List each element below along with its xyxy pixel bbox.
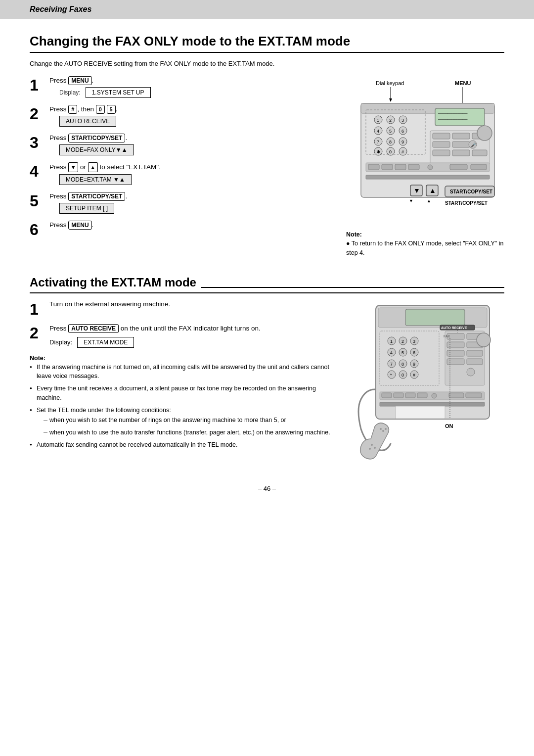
start-copy-set-key-3[interactable]: START/COPY/SET <box>68 134 125 142</box>
svg-rect-42 <box>433 150 450 156</box>
svg-text:1: 1 <box>377 118 379 123</box>
tel-cond-2: when you wish to use the auto transfer f… <box>44 428 336 437</box>
svg-point-47 <box>477 126 492 141</box>
step-5-main: Press START/COPY/SET. <box>49 192 336 201</box>
step-1-num: 1 <box>30 77 49 93</box>
step-4-num: 4 <box>30 163 49 179</box>
section1-note: Note: ● To return to the FAX ONLY mode, … <box>346 231 504 258</box>
svg-text:*: * <box>390 373 392 378</box>
step-2-num: 2 <box>30 106 49 122</box>
svg-rect-111 <box>449 393 464 398</box>
svg-text:6: 6 <box>413 350 415 355</box>
svg-rect-41 <box>452 142 470 147</box>
svg-text:0: 0 <box>389 149 392 154</box>
step-1-content: Press MENU. Display: 1.SYSTEM SET UP <box>49 76 336 98</box>
svg-rect-40 <box>433 142 450 147</box>
page: Receiving Faxes Changing the FAX ONLY mo… <box>0 0 534 756</box>
step-6-main: Press MENU. <box>49 221 336 230</box>
header-banner: Receiving Faxes <box>0 0 534 19</box>
header-title: Receiving Faxes <box>30 5 91 13</box>
auto-receive-key[interactable]: AUTO RECEIVE <box>68 324 119 333</box>
svg-text:4: 4 <box>377 129 379 134</box>
fax-keypad-diagram: Dial keypad MENU ──────────── ──────────… <box>346 76 504 230</box>
step-1-display: Display: 1.SYSTEM SET UP <box>59 87 336 98</box>
step-1-display-label: Display: <box>59 89 81 96</box>
section2-notes: Note: If the answering machine is not tu… <box>30 355 336 450</box>
menu-key-6[interactable]: MENU <box>68 221 91 230</box>
menu-key-1[interactable]: MENU <box>68 76 91 85</box>
svg-text:▼: ▼ <box>413 187 420 194</box>
svg-text:4: 4 <box>390 350 393 355</box>
svg-text:9: 9 <box>413 362 415 367</box>
key-5[interactable]: 5 <box>107 105 116 114</box>
svg-text:5: 5 <box>401 350 404 355</box>
s2-step-1-main: Turn on the external answering machine. <box>49 300 336 308</box>
svg-text:────────────: ──────────── <box>438 112 468 115</box>
s2-step-2-main: Press AUTO RECEIVE on the unit until the… <box>49 324 336 333</box>
step-6-num: 6 <box>30 222 49 237</box>
svg-point-122 <box>374 447 376 449</box>
svg-point-53 <box>428 165 433 170</box>
svg-text:Dial keypad: Dial keypad <box>376 80 404 86</box>
note-item-1: If the answering machine is not turned o… <box>30 363 336 381</box>
svg-rect-108 <box>405 393 415 398</box>
svg-rect-100 <box>467 350 483 356</box>
section1-title: Changing the FAX ONLY mode to the EXT.TA… <box>30 34 504 53</box>
svg-rect-43 <box>452 150 470 156</box>
svg-rect-97 <box>447 342 464 348</box>
svg-text:8: 8 <box>401 362 404 367</box>
step-3-row: 3 Press START/COPY/SET. MODE=FAX ONLY▼▲ <box>30 134 336 155</box>
svg-rect-109 <box>417 393 427 398</box>
svg-text:▲: ▲ <box>429 187 436 194</box>
svg-point-126 <box>380 428 382 430</box>
step-1-main: Press MENU. <box>49 76 336 85</box>
svg-rect-68 <box>405 309 465 326</box>
tel-cond-1: when you wish to set the number of rings… <box>44 416 336 425</box>
step-1-row: 1 Press MENU. Display: 1.SYSTEM SET UP <box>30 76 336 98</box>
arrow-down-key-4[interactable]: ▼ <box>68 162 78 172</box>
section2: Activating the EXT.TAM mode 1 Turn on th… <box>30 276 504 470</box>
svg-text:7: 7 <box>390 362 393 367</box>
steps-container: 1 Press MENU. Display: 1.SYSTEM SET UP 2 <box>30 76 504 258</box>
step-5-num: 5 <box>30 193 49 209</box>
note-item-2: Every time the unit receives a document,… <box>30 384 336 403</box>
arrow-up-key-4[interactable]: ▲ <box>88 162 98 172</box>
svg-point-103 <box>467 368 475 376</box>
svg-rect-112 <box>466 393 482 398</box>
svg-text:2: 2 <box>401 339 404 344</box>
svg-rect-55 <box>471 164 487 170</box>
step-3-display: MODE=FAX ONLY▼▲ <box>59 144 336 155</box>
svg-text:FAX: FAX <box>444 334 450 338</box>
step-3-main: Press START/COPY/SET. <box>49 134 336 142</box>
svg-text:2: 2 <box>389 118 392 123</box>
svg-text:6: 6 <box>401 129 404 134</box>
svg-text:────────────: ──────────── <box>438 118 468 121</box>
svg-text:#: # <box>401 149 404 154</box>
step-4-row: 4 Press ▼ or ▲ to select "EXT.TAM". MODE… <box>30 162 336 185</box>
section2-bullet-list: If the answering machine is not turned o… <box>30 363 336 450</box>
step-5-content: Press START/COPY/SET. SETUP ITEM [ ] <box>49 192 336 214</box>
svg-rect-99 <box>447 350 464 356</box>
hash-key[interactable]: # <box>68 105 77 114</box>
step-5-display-value: SETUP ITEM [ ] <box>59 203 114 214</box>
start-copy-set-key-5[interactable]: START/COPY/SET <box>68 192 125 201</box>
key-0[interactable]: 0 <box>96 105 105 114</box>
svg-point-124 <box>382 430 384 432</box>
step-2-row: 2 Press #, then 0 5. AUTO RECEIVE <box>30 105 336 127</box>
svg-text:▲: ▲ <box>427 198 431 203</box>
svg-text:9: 9 <box>401 140 404 144</box>
svg-text:▼: ▼ <box>409 198 413 203</box>
step-6-row: 6 Press MENU. <box>30 221 336 237</box>
step-5-display: SETUP ITEM [ ] <box>59 203 336 214</box>
svg-rect-37 <box>433 133 450 139</box>
svg-point-110 <box>432 393 437 398</box>
svg-rect-102 <box>467 359 483 365</box>
fax-machine-full-diagram: 1 2 3 4 5 6 7 8 9 <box>346 300 499 469</box>
step-2-display: AUTO RECEIVE <box>59 116 336 127</box>
svg-rect-8 <box>435 108 485 126</box>
steps-left: 1 Press MENU. Display: 1.SYSTEM SET UP 2 <box>30 76 336 258</box>
svg-point-125 <box>385 428 387 430</box>
svg-rect-38 <box>452 133 470 139</box>
step-4-display-value: MODE=EXT.TAM ▼▲ <box>59 174 132 185</box>
s2-step-1-row: 1 Turn on the external answering machine… <box>30 300 336 317</box>
